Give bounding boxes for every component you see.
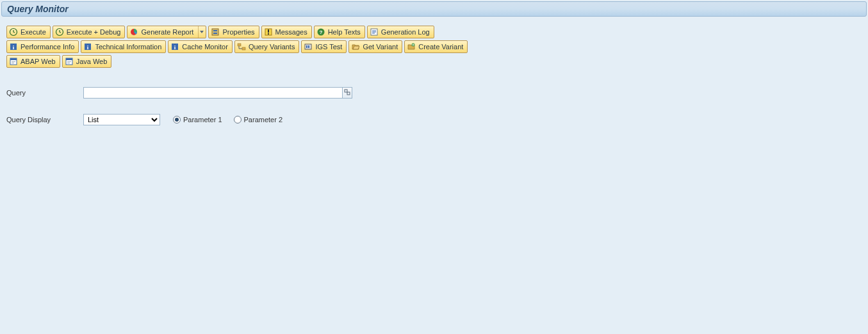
svg-rect-18 [238,44,241,46]
toolbar-row-3: ABAP Web Java Web [6,55,862,68]
button-label: Technical Information [95,43,161,51]
java-web-button[interactable]: Java Web [62,55,112,68]
properties-icon [211,28,220,36]
info-icon: i [83,42,92,51]
help-texts-button[interactable]: ? Help Texts [314,26,365,38]
radio-label: Parameter 1 [183,116,222,123]
abap-web-button[interactable]: ABAP Web [6,55,60,68]
button-label: Generation Log [381,28,430,36]
button-label: Execute [20,28,46,36]
radio-checked-icon [173,116,181,123]
button-label: Get Variant [363,43,398,51]
warning-icon [264,28,273,36]
log-icon [370,28,379,36]
svg-rect-8 [268,33,269,35]
get-variant-button[interactable]: Get Variant [348,40,402,53]
clock-run-icon [9,28,18,36]
igs-test-button[interactable]: IGS Test [301,40,347,53]
generate-report-button[interactable]: Generate Report [127,26,206,38]
query-variants-button[interactable]: Query Variants [234,40,300,53]
button-label: Java Web [76,58,108,65]
svg-rect-3 [212,29,218,35]
web-page-icon [9,57,18,66]
radio-label: Parameter 2 [244,116,283,123]
svg-rect-25 [10,58,17,60]
svg-text:?: ? [319,29,322,35]
info-icon: i [170,42,179,51]
parameter-radio-group: Parameter 1 Parameter 2 [173,116,283,123]
toolbar-row-1: Execute Execute + Debug Generate Report [6,26,862,38]
radio-unchecked-icon [234,116,242,123]
button-label: Cache Monitor [182,43,228,51]
cache-monitor-button[interactable]: i Cache Monitor [168,40,233,53]
button-label: Help Texts [328,28,361,36]
create-variant-button[interactable]: Create Variant [404,40,468,53]
query-display-dropdown[interactable]: List [83,114,160,125]
svg-rect-27 [12,63,14,63]
svg-rect-7 [268,29,269,33]
button-label: Messages [275,28,307,36]
search-help-icon [344,89,350,97]
button-label: IGS Test [315,43,342,51]
folder-open-icon [351,42,360,51]
content-area: Execute Execute + Debug Generate Report [0,18,868,132]
clock-run-icon [55,28,64,36]
title-bar: Query Monitor [1,1,867,17]
button-label: Generate Report [141,28,193,36]
info-icon: i [9,42,18,51]
svg-rect-4 [213,30,217,31]
button-label: Query Variants [249,43,295,51]
svg-rect-19 [242,47,245,50]
messages-button[interactable]: Messages [261,26,312,38]
parameter-2-radio[interactable]: Parameter 2 [234,116,283,123]
performance-info-button[interactable]: i Performance Info [6,40,79,53]
form-area: Query Query Display List Parameter 1 [6,87,862,125]
svg-rect-26 [12,61,15,62]
svg-rect-21 [306,45,307,48]
button-label: Properties [222,28,254,36]
web-page-icon [65,57,74,66]
toolbar: Execute Execute + Debug Generate Report [6,26,862,68]
test-icon [304,42,313,51]
properties-button[interactable]: Properties [208,26,259,38]
folder-tree-icon [237,42,246,51]
generation-log-button[interactable]: Generation Log [367,26,434,38]
page-title: Query Monitor [7,4,69,14]
execute-debug-button[interactable]: Execute + Debug [53,26,126,38]
help-icon: ? [316,28,325,36]
technical-info-button[interactable]: i Technical Information [81,40,166,53]
execute-button[interactable]: Execute [6,26,51,38]
svg-rect-31 [67,63,70,63]
query-label: Query [6,89,83,97]
query-row: Query [6,87,862,99]
query-display-row: Query Display List Parameter 1 Parameter… [6,114,862,125]
button-label: Create Variant [418,43,463,51]
button-label: Performance Info [20,43,74,51]
parameter-1-radio[interactable]: Parameter 1 [173,116,222,123]
svg-rect-32 [345,90,347,92]
button-label: Execute + Debug [67,28,121,36]
query-input[interactable] [83,87,352,99]
button-label: ABAP Web [20,58,56,65]
pie-chart-icon [129,28,138,36]
svg-rect-22 [308,45,309,48]
svg-rect-33 [347,92,350,95]
svg-rect-30 [67,61,71,62]
query-display-label: Query Display [6,116,83,123]
svg-rect-29 [66,58,72,60]
dropdown-arrow-icon[interactable] [198,26,204,38]
toolbar-row-2: i Performance Info i Technical Informati… [6,40,862,53]
svg-rect-5 [213,33,217,34]
f4-help-button[interactable] [342,87,352,99]
folder-new-icon [407,42,416,51]
query-input-wrap [83,87,352,99]
